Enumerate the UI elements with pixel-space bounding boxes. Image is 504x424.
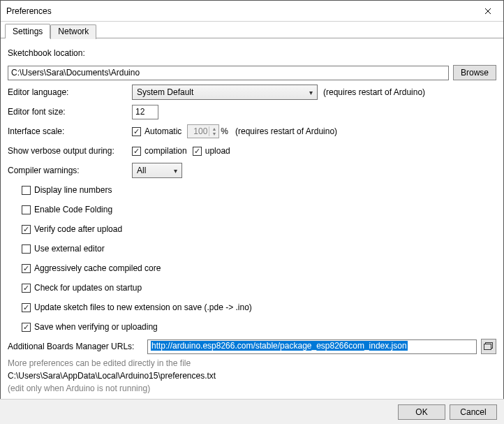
scale-percent-input <box>188 126 209 136</box>
close-button[interactable] <box>472 1 503 21</box>
verbose-upload-checkbox[interactable]: ✓ upload <box>193 146 230 156</box>
compiler-warnings-value: All <box>137 166 146 175</box>
cancel-button[interactable]: Cancel <box>450 404 497 420</box>
percent-sign: % <box>221 126 228 136</box>
ok-button[interactable]: OK <box>398 404 445 420</box>
checkbox-icon: ✓ <box>22 323 31 332</box>
scale-automatic-label: Automatic <box>144 126 181 136</box>
check-updates-checkbox[interactable]: ✓Check for updates on startup <box>22 283 142 293</box>
editor-language-dropdown[interactable]: System Default ▾ <box>132 85 318 100</box>
cache-compiled-core-checkbox[interactable]: ✓Aggressively cache compiled core <box>22 263 161 273</box>
opt-label: Update sketch files to new extension on … <box>34 302 252 312</box>
checkbox-icon: ✓ <box>132 127 141 136</box>
verbose-compilation-label: compilation <box>144 146 187 156</box>
checkbox-icon: ✓ <box>22 303 31 312</box>
svg-rect-1 <box>484 344 491 350</box>
compiler-warnings-dropdown[interactable]: All ▾ <box>132 163 182 178</box>
opt-label: Display line numbers <box>34 185 112 195</box>
tab-bar: Settings Network <box>1 22 503 38</box>
verify-code-after-upload-checkbox[interactable]: ✓Verify code after upload <box>22 224 122 234</box>
save-when-verifying-checkbox[interactable]: ✓Save when verifying or uploading <box>22 322 158 332</box>
checkbox-icon <box>22 244 31 254</box>
opt-label: Check for updates on startup <box>34 283 142 293</box>
spinner-arrows-icon: ▲▼ <box>209 126 218 136</box>
titlebar: Preferences <box>1 1 503 22</box>
checkbox-icon <box>22 205 31 214</box>
interface-scale-label: Interface scale: <box>8 126 132 136</box>
dialog-footer: OK Cancel <box>0 399 504 424</box>
browse-button[interactable]: Browse <box>453 65 496 80</box>
chevron-down-icon: ▾ <box>309 89 313 96</box>
editor-fontsize-label: Editor font size: <box>8 107 132 117</box>
language-restart-note: (requires restart of Arduino) <box>323 87 425 97</box>
verbose-upload-label: upload <box>205 146 230 156</box>
checkbox-icon: ✓ <box>132 147 141 156</box>
settings-panel: Sketchbook location: Browse Editor langu… <box>1 38 503 393</box>
prefs-file-path[interactable]: C:\Users\Sara\AppData\Local\Arduino15\pr… <box>8 371 496 381</box>
editor-fontsize-input[interactable] <box>132 105 158 119</box>
verbose-label: Show verbose output during: <box>8 146 132 156</box>
checkbox-icon <box>22 186 31 195</box>
boards-url-expand-button[interactable] <box>481 339 496 354</box>
checkbox-icon: ✓ <box>22 264 31 273</box>
display-line-numbers-checkbox[interactable]: Display line numbers <box>22 185 112 195</box>
compiler-warnings-label: Compiler warnings: <box>8 166 132 175</box>
opt-label: Verify code after upload <box>34 224 122 234</box>
scale-automatic-checkbox[interactable]: ✓ Automatic <box>132 126 181 136</box>
sketchbook-location-input[interactable] <box>8 66 449 80</box>
opt-label: Enable Code Folding <box>34 205 112 214</box>
scale-restart-note: (requires restart of Arduino) <box>235 126 337 136</box>
checkbox-icon: ✓ <box>22 284 31 293</box>
opt-label: Save when verifying or uploading <box>34 322 158 332</box>
verbose-compilation-checkbox[interactable]: ✓ compilation <box>132 146 187 156</box>
boards-url-label: Additional Boards Manager URLs: <box>8 342 147 351</box>
window-icon <box>484 342 494 351</box>
use-external-editor-checkbox[interactable]: Use external editor <box>22 244 105 254</box>
opt-label: Use external editor <box>34 244 105 254</box>
window-title: Preferences <box>1 6 472 16</box>
checkbox-icon: ✓ <box>22 225 31 234</box>
checkbox-icon: ✓ <box>193 147 202 156</box>
boards-url-input[interactable]: http://arduino.esp8266.com/stable/packag… <box>147 339 477 354</box>
editor-language-label: Editor language: <box>8 87 132 97</box>
tab-settings[interactable]: Settings <box>5 24 50 38</box>
boards-url-value: http://arduino.esp8266.com/stable/packag… <box>151 341 408 351</box>
enable-code-folding-checkbox[interactable]: Enable Code Folding <box>22 205 112 214</box>
chevron-down-icon: ▾ <box>174 167 177 175</box>
scale-percent-spinner[interactable]: ▲▼ <box>187 124 219 138</box>
edit-note: (edit only when Arduino is not running) <box>8 383 496 393</box>
tab-network[interactable]: Network <box>50 24 96 39</box>
sketchbook-label: Sketchbook location: <box>8 48 85 58</box>
update-sketch-extension-checkbox[interactable]: ✓Update sketch files to new extension on… <box>22 302 252 312</box>
editor-language-value: System Default <box>137 87 193 97</box>
more-prefs-note: More preferences can be edited directly … <box>8 358 496 368</box>
opt-label: Aggressively cache compiled core <box>34 263 161 273</box>
